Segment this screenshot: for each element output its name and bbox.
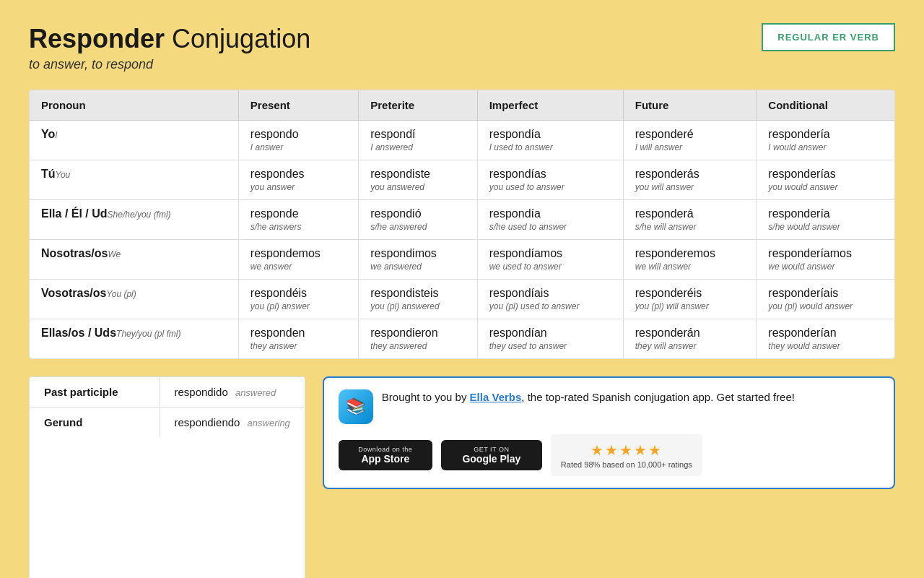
verb-form: responderé — [635, 128, 745, 141]
verb-form: responde — [250, 207, 346, 220]
verb-translation: you (pl) answer — [250, 301, 310, 311]
pronoun-main: Nosotras/os — [41, 247, 108, 259]
pronoun-sub: You — [56, 170, 71, 180]
verb-cell: respondemoswe answer — [238, 240, 358, 280]
verb-form: responderíais — [768, 287, 883, 300]
verb-translation: you (pl) would answer — [768, 301, 853, 311]
verb-translation: we would answer — [768, 262, 834, 272]
rating-block: ★★★★★ Rated 98% based on 10,000+ ratings — [551, 434, 702, 476]
pronoun-main: Yo — [41, 128, 55, 140]
verb-cell: respondíaI used to answer — [477, 121, 623, 160]
verb-form: respondía — [489, 128, 611, 141]
verb-type-badge: REGULAR ER VERB — [762, 23, 895, 51]
verb-form: responderemos — [635, 247, 745, 260]
verb-cell: responderíanthey would answer — [757, 319, 894, 359]
bottom-left: Past participle respondido answered Geru… — [29, 376, 305, 578]
verb-cell: respondenthey answer — [238, 319, 358, 359]
google-play-sub: GET IT ON — [474, 446, 509, 453]
pronoun-main: Ella / Él / Ud — [41, 207, 108, 220]
verb-translation: I answer — [250, 142, 283, 152]
bottom-section: Past participle respondido answered Geru… — [29, 376, 895, 578]
verb-translation: you will answer — [635, 182, 694, 192]
table-row: Ellas/os / UdsThey/you (pl fml)responden… — [30, 319, 894, 359]
verb-cell: responderásyou will answer — [623, 160, 757, 200]
verb-translation: you (pl) used to answer — [489, 301, 580, 311]
col-conditional: Conditional — [757, 90, 894, 121]
verb-form: responden — [250, 327, 346, 340]
conjugation-table: Pronoun Present Preterite Imperfect Futu… — [30, 90, 894, 358]
verb-cell: responderás/he will answer — [623, 200, 757, 240]
promo-block: 📚 Brought to you by Ella Verbs, the top-… — [323, 376, 895, 489]
col-future: Future — [623, 90, 757, 121]
app-store-sub: Download on the — [358, 446, 412, 453]
pronoun-main: Ellas/os / Uds — [41, 327, 116, 339]
verb-translation: you used to answer — [489, 182, 565, 192]
verb-cell: responderíaisyou (pl) would answer — [757, 280, 894, 319]
pronoun-main: Tú — [41, 168, 56, 180]
verb-translation: you answer — [250, 182, 295, 192]
verb-cell: respondes/he answers — [238, 200, 358, 240]
verb-translation: they used to answer — [489, 341, 567, 351]
conjugation-table-wrapper: Pronoun Present Preterite Imperfect Futu… — [29, 90, 895, 359]
google-play-button[interactable]: GET IT ON Google Play — [441, 440, 542, 470]
col-pronoun: Pronoun — [30, 90, 238, 121]
verb-cell: respondías/he used to answer — [477, 200, 623, 240]
past-participle-value: respondido — [175, 386, 228, 398]
app-store-button[interactable]: Download on the App Store — [339, 440, 432, 470]
verb-form: respondíais — [489, 287, 611, 300]
page-subtitle: to answer, to respond — [29, 57, 310, 72]
verb-cell: respondíI answered — [359, 121, 477, 160]
participle-block: Past participle respondido answered Geru… — [29, 376, 305, 578]
ella-verbs-promo-link[interactable]: Ella Verbs — [470, 391, 522, 403]
title-block: Responder Conjugation to answer, to resp… — [29, 23, 310, 72]
gerund-value-cell: respondiendo answering — [160, 407, 305, 438]
verb-translation: they answer — [250, 341, 297, 351]
promo-header: 📚 Brought to you by Ella Verbs, the top-… — [339, 389, 879, 424]
verb-form: respondes — [250, 168, 346, 181]
verb-translation: I used to answer — [489, 142, 553, 152]
verb-translation: I will answer — [635, 142, 682, 152]
verb-translation: we used to answer — [489, 262, 562, 272]
pronoun-cell: TúYou — [30, 160, 238, 200]
verb-cell: respondíaisyou (pl) used to answer — [477, 280, 623, 319]
promo-buttons: Download on the App Store GET IT ON Goog… — [339, 434, 879, 476]
verb-form: responderéis — [635, 287, 745, 300]
col-present: Present — [238, 90, 358, 121]
pronoun-cell: Vosotras/osYou (pl) — [30, 280, 238, 319]
col-preterite: Preterite — [359, 90, 477, 121]
pronoun-cell: Ella / Él / UdShe/he/you (fml) — [30, 200, 238, 240]
col-imperfect: Imperfect — [477, 90, 623, 121]
pronoun-cell: Ellas/os / UdsThey/you (pl fml) — [30, 319, 238, 359]
verb-translation: we answer — [250, 262, 292, 272]
past-participle-translation: answered — [235, 387, 276, 398]
app-store-main: App Store — [361, 453, 409, 465]
pronoun-sub: I — [55, 130, 57, 140]
verb-form: respondiste — [370, 168, 465, 181]
pronoun-main: Vosotras/os — [41, 287, 106, 299]
verb-form: respondimos — [370, 247, 465, 260]
google-play-main: Google Play — [462, 453, 520, 465]
table-row: Nosotras/osWerespondemoswe answerrespond… — [30, 240, 894, 280]
verb-translation: we answered — [370, 262, 422, 272]
verb-form: respondisteis — [370, 287, 465, 300]
verb-cell: responderíasyou would answer — [757, 160, 894, 200]
verb-form: respondió — [370, 207, 465, 220]
verb-translation: you would answer — [768, 182, 837, 192]
page-title: Responder Conjugation — [29, 23, 310, 54]
verb-form: respondéis — [250, 287, 346, 300]
verb-translation: they answered — [370, 341, 427, 351]
verb-cell: respondoI answer — [238, 121, 358, 160]
verb-translation: s/he would answer — [768, 222, 840, 232]
verb-cell: respondíamoswe used to answer — [477, 240, 623, 280]
table-row: YoIrespondoI answerrespondíI answeredres… — [30, 121, 894, 160]
verb-translation: s/he used to answer — [489, 222, 567, 232]
table-row: Vosotras/osYou (pl)respondéisyou (pl) an… — [30, 280, 894, 319]
verb-translation: I would answer — [768, 142, 826, 152]
gerund-value: respondiendo — [175, 416, 240, 428]
verb-translation: they would answer — [768, 341, 840, 351]
table-row: Ella / Él / UdShe/he/you (fml)respondes/… — [30, 200, 894, 240]
verb-form: respondí — [370, 128, 465, 141]
verb-cell: responderemoswe will answer — [623, 240, 757, 280]
verb-form: responderías — [768, 168, 883, 181]
past-participle-value-cell: respondido answered — [160, 377, 305, 407]
